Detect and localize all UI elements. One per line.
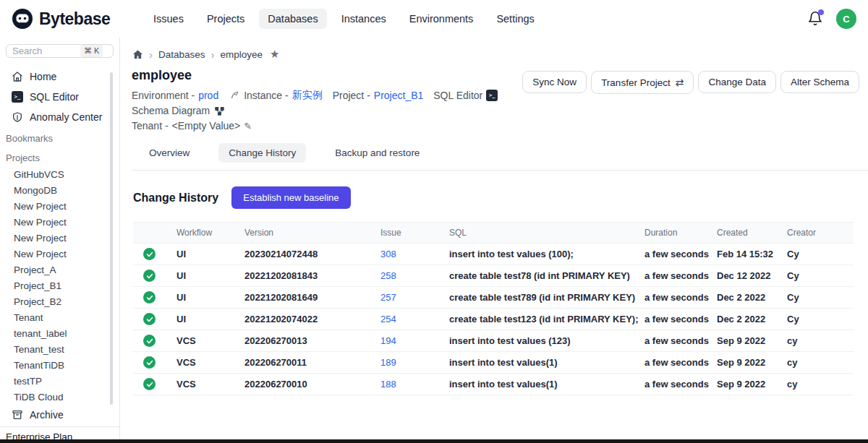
table-row[interactable]: UI 20221202081649 257 create table test7… (133, 287, 854, 309)
issue-link[interactable]: 308 (380, 249, 396, 259)
creator-cell: Cy (781, 265, 854, 287)
sql-cell: create table test123 (id int PRIMARY KEY… (443, 309, 639, 330)
col-sql: SQL (443, 223, 639, 244)
bytebase-logo-icon (12, 8, 33, 30)
search-box[interactable]: ⌘ K (6, 44, 114, 58)
schema-diagram-link[interactable]: Schema Diagram (132, 105, 225, 116)
breadcrumb: › Databases › employee ★ (120, 38, 868, 61)
projects-section-label: Projects (0, 147, 119, 166)
sql-cell: insert into test values (100); (443, 244, 639, 265)
success-check-icon (143, 291, 156, 304)
issue-cell: 189 (375, 352, 443, 374)
sql-cell: create table test78 (id int PRIMARY KEY) (443, 265, 639, 287)
breadcrumb-databases[interactable]: Databases (158, 49, 205, 60)
duration-cell: a few seconds (639, 352, 711, 374)
db-action-button[interactable]: Transfer Project ⇄ (591, 71, 694, 94)
home-icon (12, 71, 23, 82)
top-nav-item[interactable]: Instances (333, 9, 395, 29)
issue-link[interactable]: 257 (380, 292, 396, 303)
issue-link[interactable]: 189 (380, 357, 396, 368)
sidebar-project-item[interactable]: Project_A (14, 262, 119, 278)
issue-cell: 254 (375, 309, 443, 330)
top-nav-item[interactable]: Issues (145, 9, 192, 29)
tab[interactable]: Backup and restore (325, 143, 430, 163)
notifications-bell-icon[interactable] (807, 11, 823, 27)
sidebar-item-archive[interactable]: Archive (0, 405, 119, 426)
sql-editor-link[interactable]: SQL Editor >_ (433, 90, 498, 101)
top-nav-item[interactable]: Projects (198, 9, 253, 29)
search-shortcut: ⌘ K (80, 45, 103, 57)
sidebar-project-item[interactable]: New Project (14, 246, 119, 262)
success-check-icon (143, 248, 156, 260)
table-row[interactable]: UI 20221202074022 254 create table test1… (133, 309, 854, 330)
sidebar-project-item[interactable]: Project_B2 (14, 293, 119, 309)
table-row[interactable]: VCS 202206270010 188 insert into test va… (133, 374, 854, 395)
sidebar-project-item[interactable]: New Project (14, 230, 119, 246)
issue-link[interactable]: 258 (380, 270, 396, 281)
issue-link[interactable]: 188 (380, 379, 396, 390)
sidebar-project-item[interactable]: New Project (14, 198, 119, 214)
col-duration: Duration (639, 223, 711, 244)
sidebar-item-home[interactable]: Home (0, 66, 119, 87)
shield-icon (12, 111, 23, 123)
environment-meta: Environment - prod (132, 90, 218, 101)
avatar[interactable]: C (836, 9, 856, 29)
status-cell (133, 309, 171, 330)
sidebar-project-item[interactable]: New Project (14, 214, 119, 230)
tab[interactable]: Change History (218, 143, 306, 163)
top-nav-item[interactable]: Environments (401, 9, 482, 29)
db-action-buttons: Sync Now Transfer Project ⇄ Change Data (522, 68, 859, 132)
sql-cell: insert into test values(1) (443, 352, 639, 374)
sidebar-project-item[interactable]: MongoDB (14, 182, 119, 198)
success-check-icon (143, 270, 156, 282)
environment-link[interactable]: prod (198, 90, 218, 101)
sidebar-project-item[interactable]: TiDB Cloud (14, 389, 119, 405)
issue-cell: 258 (375, 265, 443, 287)
sidebar-project-item[interactable]: Project_B1 (14, 278, 119, 293)
home-breadcrumb-icon[interactable] (132, 48, 143, 60)
db-action-button[interactable]: Sync Now (522, 71, 587, 93)
db-action-button[interactable]: Change Data (698, 71, 776, 93)
top-nav-item[interactable]: Databases (259, 9, 326, 29)
success-check-icon (143, 335, 156, 347)
issue-link[interactable]: 254 (380, 314, 396, 324)
sidebar-project-item[interactable]: testTP (14, 373, 119, 389)
version-cell: 20221202081843 (239, 265, 375, 287)
duration-cell: a few seconds (639, 265, 711, 287)
created-cell: Dec 2 2022 (711, 309, 781, 330)
brand[interactable]: Bytebase (12, 8, 135, 30)
workflow-cell: UI (171, 244, 239, 265)
transfer-icon: ⇄ (676, 77, 684, 88)
sidebar-project-item[interactable]: tenant_label (14, 325, 119, 341)
sidebar-project-item[interactable]: Tenant_test (14, 341, 119, 357)
sidebar-item-sql-editor[interactable]: >_ SQL Editor (0, 87, 119, 107)
table-row[interactable]: VCS 202206270011 189 insert into test va… (133, 352, 854, 374)
sidebar-project-item[interactable]: TenantTiDB (14, 357, 119, 373)
issue-link[interactable]: 194 (380, 335, 396, 346)
establish-baseline-button[interactable]: Establish new baseline (231, 186, 350, 209)
notification-dot (818, 9, 824, 15)
search-input[interactable] (12, 46, 77, 56)
instance-link[interactable]: 新实例 (292, 89, 323, 102)
created-cell: Feb 14 15:32 (711, 244, 781, 265)
table-row[interactable]: UI 20221202081843 258 create table test7… (133, 265, 854, 287)
edit-pencil-icon[interactable]: ✎ (244, 121, 252, 132)
instance-engine-icon (229, 90, 240, 101)
table-row[interactable]: VCS 202206270013 194 insert into test va… (133, 330, 854, 352)
sidebar-scrollbar[interactable] (110, 72, 113, 405)
issue-cell: 308 (375, 244, 443, 265)
issue-cell: 188 (375, 374, 443, 395)
database-tabs: Overview Change History Backup and resto… (132, 143, 868, 171)
sidebar-item-anomaly-center[interactable]: Anomaly Center (0, 107, 119, 127)
tab[interactable]: Overview (139, 143, 200, 163)
bookmark-star-icon[interactable]: ★ (270, 48, 279, 61)
sidebar-project-item[interactable]: Tenant (14, 309, 119, 325)
project-meta: Project - Project_B1 (333, 90, 424, 101)
creator-cell: Cy (781, 244, 854, 265)
db-action-button[interactable]: Alter Schema (780, 71, 859, 93)
project-link[interactable]: Project_B1 (374, 90, 423, 101)
top-nav-item[interactable]: Settings (488, 9, 542, 29)
table-row[interactable]: UI 20230214072448 308 insert into test v… (133, 244, 854, 265)
sidebar-project-item[interactable]: GitHubVCS (14, 166, 119, 182)
breadcrumb-employee[interactable]: employee (221, 49, 263, 60)
